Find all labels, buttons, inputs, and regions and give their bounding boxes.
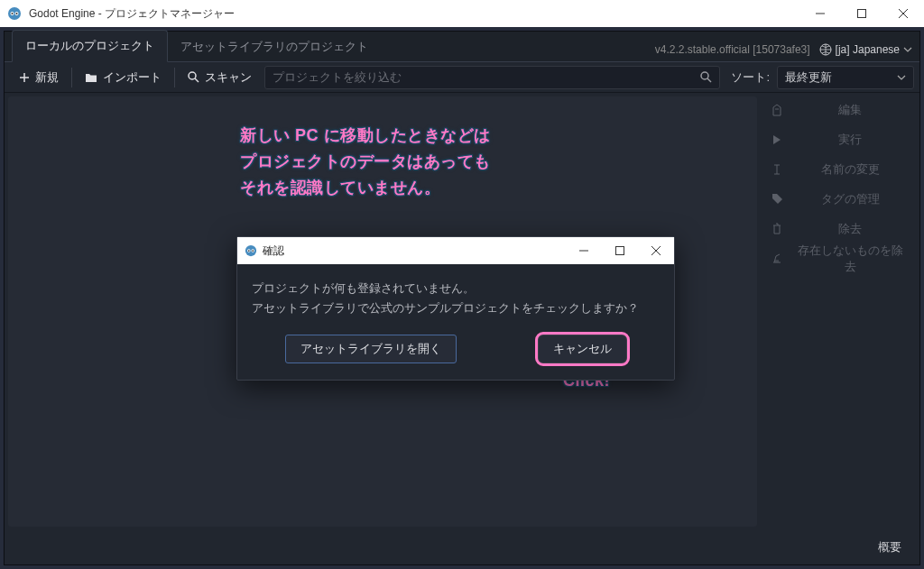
window-minimize-button[interactable] xyxy=(799,0,841,27)
dialog-close-button[interactable] xyxy=(638,237,674,264)
rename-button[interactable]: 名前の変更 xyxy=(757,154,919,184)
search-placeholder: プロジェクトを絞り込む xyxy=(273,69,402,86)
sort-label: ソート: xyxy=(724,69,773,86)
svg-point-7 xyxy=(189,72,196,79)
svg-point-12 xyxy=(248,250,250,252)
svg-point-8 xyxy=(701,72,708,79)
project-filter-input[interactable]: プロジェクトを絞り込む xyxy=(264,66,720,89)
sort-select[interactable]: 最終更新 xyxy=(777,66,914,89)
dialog-body: プロジェクトが何も登録されていません。 アセットライブラリで公式のサンプルプロジ… xyxy=(237,264,674,331)
bottom-bar: 概要 xyxy=(5,530,919,564)
plus-icon xyxy=(19,72,30,83)
dialog-titlebar: 確認 xyxy=(237,237,674,264)
window-maximize-button[interactable] xyxy=(841,0,882,27)
search-icon xyxy=(188,71,199,83)
dialog-message-line2: アセットライブラリで公式のサンプルプロジェクトをチェックしますか？ xyxy=(252,298,660,318)
language-select[interactable]: [ja] Japanese xyxy=(819,43,912,56)
separator xyxy=(71,68,72,87)
svg-point-13 xyxy=(252,250,254,252)
edit-button[interactable]: 編集 xyxy=(757,95,919,124)
separator xyxy=(174,68,175,87)
search-icon xyxy=(700,71,712,83)
cancel-button[interactable]: キャンセル xyxy=(538,335,627,363)
svg-rect-5 xyxy=(858,10,866,18)
globe-icon xyxy=(819,43,832,56)
dialog-message-line1: プロジェクトが何も登録されていません。 xyxy=(252,279,660,298)
version-label: v4.2.2.stable.official [15073afe3] xyxy=(655,43,810,56)
window-close-button[interactable] xyxy=(882,0,924,27)
remove-button[interactable]: 除去 xyxy=(757,214,919,243)
run-button[interactable]: 実行 xyxy=(757,124,919,154)
tab-assetlib-projects[interactable]: アセットライブラリのプロジェクト xyxy=(168,32,381,62)
import-button[interactable]: インポート xyxy=(76,65,171,90)
folder-icon xyxy=(85,72,97,83)
svg-point-9 xyxy=(245,245,256,256)
svg-point-3 xyxy=(12,13,14,14)
trash-icon xyxy=(770,223,784,234)
tag-icon xyxy=(770,193,784,205)
dialog-title: 確認 xyxy=(263,243,284,259)
side-actions: 編集 実行 名前の変更 xyxy=(757,93,919,530)
dialog-minimize-button[interactable] xyxy=(566,237,602,264)
scan-button[interactable]: スキャン xyxy=(179,65,261,90)
confirm-dialog: 確認 プロジェクトが何も登録されていません。 アセットライブラリで公式のサンプル… xyxy=(236,236,675,381)
godot-logo-icon xyxy=(7,6,22,21)
chevron-down-icon xyxy=(897,75,906,80)
tab-local-projects[interactable]: ローカルのプロジェクト xyxy=(12,30,168,62)
svg-rect-14 xyxy=(616,247,624,255)
toolbar: 新規 インポート スキャン プロジェクトを絞り込む xyxy=(5,62,919,93)
open-assetlib-button[interactable]: アセットライブラリを開く xyxy=(285,335,457,363)
tabs-row: ローカルのプロジェクト アセットライブラリのプロジェクト v4.2.2.stab… xyxy=(5,32,919,62)
svg-point-4 xyxy=(16,13,18,14)
manage-tags-button[interactable]: タグの管理 xyxy=(757,184,919,214)
godot-logo-icon xyxy=(245,244,257,257)
window-title: Godot Engine - プロジェクトマネージャー xyxy=(29,6,235,22)
dialog-maximize-button[interactable] xyxy=(602,237,638,264)
new-project-button[interactable]: 新規 xyxy=(10,65,68,90)
broom-icon xyxy=(770,252,784,264)
chevron-down-icon xyxy=(903,47,912,52)
annotation-explainer: 新しい PC に移動したときなどは プロジェクトのデータはあっても それを認識し… xyxy=(240,123,491,200)
edit-icon xyxy=(770,104,784,116)
about-link[interactable]: 概要 xyxy=(878,539,901,555)
remove-missing-button[interactable]: 存在しないものを除去 xyxy=(757,243,919,273)
text-cursor-icon xyxy=(770,163,784,176)
language-label: [ja] Japanese xyxy=(836,43,900,56)
svg-point-0 xyxy=(8,7,21,20)
window-titlebar: Godot Engine - プロジェクトマネージャー xyxy=(0,0,924,27)
play-icon xyxy=(770,134,784,145)
